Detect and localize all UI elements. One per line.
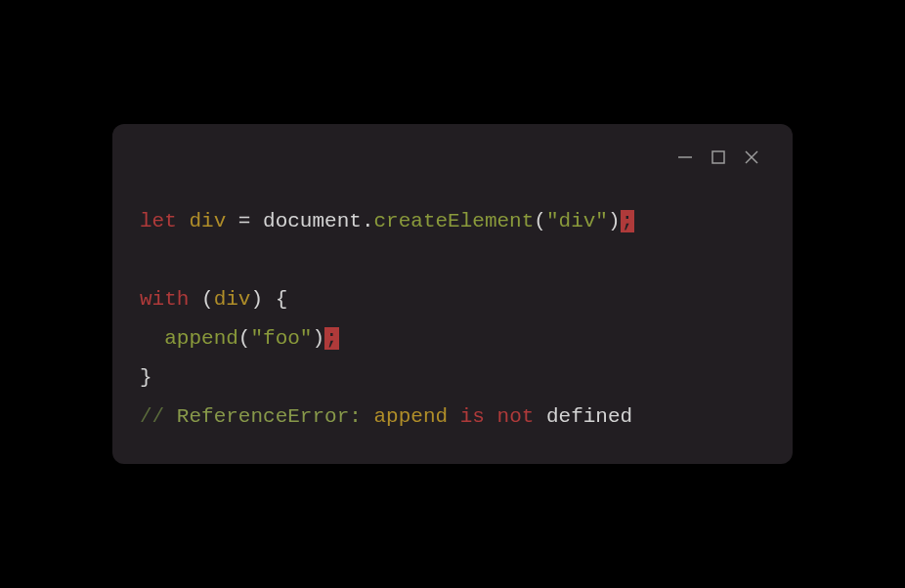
- code-line: // ReferenceError: append is not defined: [140, 398, 765, 437]
- code-line: append("foo");: [140, 319, 765, 358]
- svg-rect-1: [712, 151, 724, 163]
- code-line: }: [140, 358, 765, 398]
- code-token: [362, 405, 374, 428]
- code-token: is: [460, 405, 485, 428]
- code-token: [534, 405, 546, 428]
- code-token: [250, 210, 263, 232]
- code-token: =: [238, 210, 251, 232]
- code-window: let div = document.createElement("div");…: [112, 124, 793, 463]
- code-token: ;: [621, 210, 635, 232]
- code-token: ) {: [250, 288, 287, 311]
- minimize-icon[interactable]: [675, 147, 695, 167]
- code-token: not: [497, 405, 535, 428]
- code-token: createElement: [374, 210, 535, 232]
- close-icon[interactable]: [742, 147, 761, 167]
- code-token: ReferenceError:: [177, 405, 362, 428]
- code-block: let div = document.createElement("div");…: [140, 202, 765, 436]
- code-token: [226, 210, 238, 232]
- code-token: with: [140, 288, 189, 311]
- code-token: ): [608, 210, 621, 232]
- maximize-icon[interactable]: [709, 147, 728, 167]
- code-token: ): [312, 327, 324, 350]
- code-token: div: [214, 288, 251, 311]
- code-token: [177, 210, 190, 232]
- code-token: document: [263, 210, 362, 232]
- code-line: with (div) {: [140, 280, 765, 319]
- window-titlebar: [140, 147, 765, 167]
- code-line: let div = document.createElement("div");: [140, 202, 765, 241]
- code-token: //: [140, 405, 164, 428]
- code-token: ;: [324, 327, 339, 350]
- code-token: "foo": [250, 327, 312, 350]
- code-token: (: [238, 327, 251, 350]
- code-token: div: [189, 210, 226, 232]
- code-token: append: [373, 405, 448, 428]
- code-token: [485, 405, 497, 428]
- code-token: (: [189, 288, 213, 311]
- code-token: append: [164, 327, 238, 350]
- code-token: .: [362, 210, 374, 232]
- code-token: [448, 405, 460, 428]
- code-token: defined: [546, 405, 632, 428]
- code-token: }: [140, 366, 152, 389]
- code-token: (: [534, 210, 546, 232]
- code-token: [140, 327, 164, 350]
- code-token: [164, 405, 177, 428]
- code-token: "div": [546, 210, 608, 232]
- code-line: [140, 241, 765, 280]
- code-token: let: [140, 210, 177, 232]
